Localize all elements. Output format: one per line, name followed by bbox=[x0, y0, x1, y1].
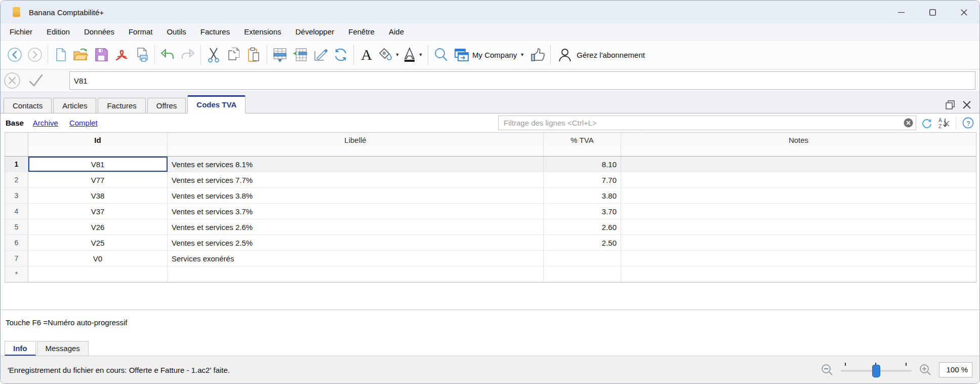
tab-messages[interactable]: Messages bbox=[37, 341, 89, 356]
cell-notes[interactable] bbox=[621, 157, 976, 172]
row-number[interactable]: 2 bbox=[5, 172, 28, 187]
column-header-id[interactable]: Id bbox=[28, 133, 168, 156]
cell-notes[interactable] bbox=[621, 188, 976, 203]
menu-outils[interactable]: Outils bbox=[159, 24, 193, 40]
cancel-edit-button[interactable] bbox=[1, 70, 24, 91]
row-number[interactable]: 4 bbox=[5, 204, 28, 219]
cell-tva[interactable]: 3.70 bbox=[544, 204, 621, 219]
cell-tva[interactable]: 7.70 bbox=[544, 172, 621, 187]
row-number[interactable]: 6 bbox=[5, 235, 28, 250]
menu-developper[interactable]: Développer bbox=[289, 24, 342, 40]
row-number[interactable]: 3 bbox=[5, 188, 28, 203]
copy-button[interactable] bbox=[224, 44, 244, 66]
manage-subscription-button[interactable]: Gérez l'abonnement bbox=[553, 47, 649, 63]
cell-label[interactable]: Ventes et services 8.1% bbox=[168, 157, 544, 172]
tab-info[interactable]: Info bbox=[5, 341, 36, 356]
edit-cell-button[interactable] bbox=[310, 44, 331, 66]
row-number[interactable]: 7 bbox=[5, 251, 28, 266]
table-row[interactable]: 3 V38 Ventes et services 3.8% 3.80 bbox=[5, 188, 976, 204]
cell-label[interactable]: Ventes et services 3.7% bbox=[168, 204, 544, 219]
cell-label[interactable]: Ventes et services 3.8% bbox=[168, 188, 544, 203]
table-row[interactable]: 4 V37 Ventes et services 3.7% 3.70 bbox=[5, 204, 976, 219]
column-header-libelle[interactable]: Libellé bbox=[168, 133, 544, 156]
tab-codes-tva[interactable]: Codes TVA bbox=[187, 95, 246, 113]
cell-notes[interactable] bbox=[621, 266, 976, 282]
search-button[interactable] bbox=[431, 44, 451, 66]
paste-button[interactable] bbox=[244, 44, 264, 66]
close-button[interactable] bbox=[948, 1, 979, 24]
table-row[interactable]: 6 V25 Ventes et services 2.5% 2.50 bbox=[5, 235, 976, 251]
tab-contacts[interactable]: Contacts bbox=[4, 98, 52, 113]
save-button[interactable] bbox=[91, 44, 111, 66]
maximize-button[interactable] bbox=[917, 1, 948, 24]
view-base[interactable]: Base bbox=[6, 119, 24, 127]
cell-notes[interactable] bbox=[621, 204, 976, 219]
cell-tva[interactable] bbox=[544, 266, 621, 282]
view-archive[interactable]: Archive bbox=[33, 119, 58, 127]
cell-id[interactable]: V37 bbox=[28, 204, 168, 219]
forward-button[interactable] bbox=[25, 44, 45, 66]
cell-notes[interactable] bbox=[621, 251, 976, 266]
table-row[interactable]: 1 V81 Ventes et services 8.1% 8.10 bbox=[5, 157, 976, 172]
zoom-level[interactable]: 100 % bbox=[939, 362, 972, 377]
cell-tva[interactable]: 3.80 bbox=[544, 188, 621, 203]
back-button[interactable] bbox=[5, 44, 25, 66]
menu-factures[interactable]: Factures bbox=[193, 24, 237, 40]
new-file-button[interactable] bbox=[51, 44, 71, 66]
undo-button[interactable] bbox=[157, 44, 178, 66]
accept-edit-button[interactable] bbox=[24, 70, 47, 91]
cell-label[interactable]: Ventes et services 2.6% bbox=[168, 219, 544, 235]
cell-label[interactable]: Ventes et services 2.5% bbox=[168, 235, 544, 250]
cell-id[interactable]: V38 bbox=[28, 188, 168, 203]
cell-label[interactable]: Services exonérés bbox=[168, 251, 544, 266]
clear-filter-icon[interactable] bbox=[904, 118, 913, 128]
close-table-icon[interactable] bbox=[962, 100, 971, 109]
cell-id[interactable]: V77 bbox=[28, 172, 168, 187]
view-complet[interactable]: Complet bbox=[69, 119, 98, 127]
bold-button[interactable]: A bbox=[356, 44, 377, 66]
cell-tva[interactable]: 8.10 bbox=[544, 157, 621, 172]
tab-offres[interactable]: Offres bbox=[147, 98, 186, 113]
company-selector[interactable]: My Company ▼ bbox=[451, 44, 527, 66]
row-number[interactable]: 5 bbox=[5, 219, 28, 235]
menu-format[interactable]: Format bbox=[121, 24, 160, 40]
menu-donnees[interactable]: Données bbox=[77, 24, 121, 40]
column-header-tva[interactable]: % TVA bbox=[544, 133, 621, 156]
menu-fichier[interactable]: Fichier bbox=[3, 24, 39, 40]
filter-input[interactable] bbox=[498, 116, 916, 130]
print-button[interactable] bbox=[132, 44, 152, 66]
minimize-button[interactable] bbox=[885, 1, 917, 24]
table-row[interactable]: 5 V26 Ventes et services 2.6% 2.60 bbox=[5, 219, 976, 235]
sort-rows-button[interactable]: A Z bbox=[937, 117, 951, 130]
insert-row-button[interactable] bbox=[270, 44, 290, 66]
table-row-new[interactable]: * bbox=[5, 266, 976, 282]
menu-edition[interactable]: Edition bbox=[39, 24, 77, 40]
cut-button[interactable] bbox=[203, 44, 224, 66]
cell-id[interactable]: V81 bbox=[28, 157, 168, 172]
cell-tva[interactable] bbox=[544, 251, 621, 266]
cell-tva[interactable]: 2.60 bbox=[544, 219, 621, 235]
tab-articles[interactable]: Articles bbox=[53, 98, 96, 113]
background-color-button[interactable]: ▼ bbox=[377, 44, 401, 66]
cell-notes[interactable] bbox=[621, 235, 976, 250]
column-header-notes[interactable]: Notes bbox=[621, 133, 976, 156]
cell-edit-input[interactable] bbox=[69, 71, 975, 90]
text-color-button[interactable]: ▼ bbox=[401, 44, 425, 66]
help-button[interactable]: ? bbox=[961, 117, 974, 130]
menu-fenetre[interactable]: Fenêtre bbox=[341, 24, 382, 40]
refresh-filter-button[interactable] bbox=[920, 117, 933, 130]
zoom-slider[interactable] bbox=[841, 362, 912, 378]
cell-label[interactable]: Ventes et services 7.7% bbox=[168, 172, 544, 187]
row-number[interactable]: * bbox=[5, 266, 28, 282]
cell-id[interactable]: V25 bbox=[28, 235, 168, 250]
extract-rows-button[interactable] bbox=[290, 44, 310, 66]
cell-id[interactable]: V0 bbox=[28, 251, 168, 266]
redo-button[interactable] bbox=[178, 44, 198, 66]
cell-notes[interactable] bbox=[621, 172, 976, 187]
cell-tva[interactable]: 2.50 bbox=[544, 235, 621, 250]
like-button[interactable] bbox=[527, 44, 548, 66]
cell-label[interactable] bbox=[168, 266, 544, 282]
cell-id[interactable] bbox=[28, 266, 168, 282]
menu-extensions[interactable]: Extensions bbox=[237, 24, 288, 40]
recalculate-button[interactable] bbox=[331, 44, 351, 66]
